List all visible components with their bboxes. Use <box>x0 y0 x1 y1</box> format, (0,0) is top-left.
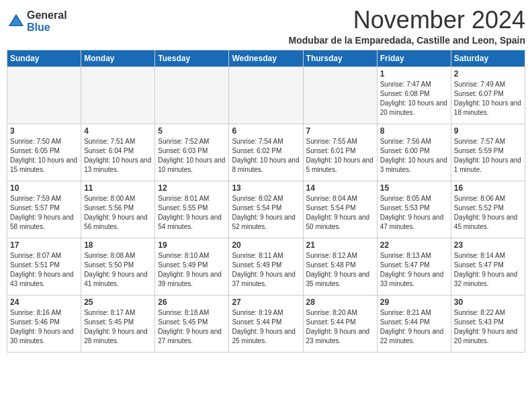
day-number: 14 <box>306 183 374 193</box>
calendar-cell: 12Sunrise: 8:01 AMSunset: 5:55 PMDayligh… <box>155 181 229 238</box>
location-title: Modubar de la Emparedada, Castille and L… <box>289 35 525 46</box>
weekday-header-wednesday: Wednesday <box>229 50 303 66</box>
calendar-cell: 7Sunrise: 7:55 AMSunset: 6:01 PMDaylight… <box>303 124 377 181</box>
calendar-cell: 17Sunrise: 8:07 AMSunset: 5:51 PMDayligh… <box>7 238 81 295</box>
day-number: 8 <box>380 126 448 136</box>
day-info: Sunrise: 8:10 AMSunset: 5:49 PMDaylight:… <box>158 251 226 289</box>
calendar-cell: 15Sunrise: 8:05 AMSunset: 5:53 PMDayligh… <box>377 181 451 238</box>
day-number: 12 <box>158 183 226 193</box>
day-info: Sunrise: 8:11 AMSunset: 5:49 PMDaylight:… <box>232 251 300 289</box>
day-number: 9 <box>454 126 522 136</box>
calendar-cell: 27Sunrise: 8:19 AMSunset: 5:44 PMDayligh… <box>229 295 303 352</box>
calendar-cell: 25Sunrise: 8:17 AMSunset: 5:45 PMDayligh… <box>81 295 155 352</box>
logo-general-text: General <box>27 9 67 21</box>
calendar-cell: 30Sunrise: 8:22 AMSunset: 5:43 PMDayligh… <box>451 295 525 352</box>
calendar-cell: 3Sunrise: 7:50 AMSunset: 6:05 PMDaylight… <box>7 124 81 181</box>
calendar-cell: 28Sunrise: 8:20 AMSunset: 5:44 PMDayligh… <box>303 295 377 352</box>
day-number: 11 <box>84 183 152 193</box>
calendar-cell: 10Sunrise: 7:59 AMSunset: 5:57 PMDayligh… <box>7 181 81 238</box>
day-number: 2 <box>454 69 522 79</box>
calendar-table: SundayMondayTuesdayWednesdayThursdayFrid… <box>7 50 525 353</box>
day-info: Sunrise: 8:12 AMSunset: 5:48 PMDaylight:… <box>306 251 374 289</box>
day-number: 10 <box>10 183 78 193</box>
weekday-header-saturday: Saturday <box>451 50 525 66</box>
day-info: Sunrise: 8:16 AMSunset: 5:46 PMDaylight:… <box>10 308 78 346</box>
calendar-cell: 4Sunrise: 7:51 AMSunset: 6:04 PMDaylight… <box>81 124 155 181</box>
day-number: 5 <box>158 126 226 136</box>
calendar-cell: 16Sunrise: 8:06 AMSunset: 5:52 PMDayligh… <box>451 181 525 238</box>
day-info: Sunrise: 8:17 AMSunset: 5:45 PMDaylight:… <box>84 308 152 346</box>
weekday-header-friday: Friday <box>377 50 451 66</box>
day-info: Sunrise: 8:01 AMSunset: 5:55 PMDaylight:… <box>158 194 226 232</box>
day-number: 25 <box>84 298 152 307</box>
day-info: Sunrise: 8:14 AMSunset: 5:47 PMDaylight:… <box>454 251 522 289</box>
calendar-cell <box>81 66 155 124</box>
logo-icon <box>7 12 26 31</box>
calendar-header-row: SundayMondayTuesdayWednesdayThursdayFrid… <box>7 50 525 66</box>
day-number: 29 <box>380 298 448 307</box>
day-info: Sunrise: 8:00 AMSunset: 5:56 PMDaylight:… <box>84 194 152 232</box>
logo: General Blue <box>7 9 67 33</box>
weekday-header-thursday: Thursday <box>303 50 377 66</box>
day-info: Sunrise: 7:59 AMSunset: 5:57 PMDaylight:… <box>10 194 78 232</box>
weekday-header-monday: Monday <box>81 50 155 66</box>
day-number: 19 <box>158 240 226 250</box>
calendar-cell <box>7 66 81 124</box>
calendar-cell: 9Sunrise: 7:57 AMSunset: 5:59 PMDaylight… <box>451 124 525 181</box>
week-row-4: 17Sunrise: 8:07 AMSunset: 5:51 PMDayligh… <box>7 238 525 295</box>
calendar-cell: 5Sunrise: 7:52 AMSunset: 6:03 PMDaylight… <box>155 124 229 181</box>
day-info: Sunrise: 7:50 AMSunset: 6:05 PMDaylight:… <box>10 137 78 175</box>
day-info: Sunrise: 7:54 AMSunset: 6:02 PMDaylight:… <box>232 137 300 175</box>
calendar-cell: 6Sunrise: 7:54 AMSunset: 6:02 PMDaylight… <box>229 124 303 181</box>
day-info: Sunrise: 8:05 AMSunset: 5:53 PMDaylight:… <box>380 194 448 232</box>
calendar-cell: 14Sunrise: 8:04 AMSunset: 5:54 PMDayligh… <box>303 181 377 238</box>
day-number: 18 <box>84 240 152 250</box>
day-info: Sunrise: 8:06 AMSunset: 5:52 PMDaylight:… <box>454 194 522 232</box>
calendar-cell: 19Sunrise: 8:10 AMSunset: 5:49 PMDayligh… <box>155 238 229 295</box>
calendar-cell: 26Sunrise: 8:18 AMSunset: 5:45 PMDayligh… <box>155 295 229 352</box>
day-info: Sunrise: 8:18 AMSunset: 5:45 PMDaylight:… <box>158 308 226 346</box>
day-info: Sunrise: 8:21 AMSunset: 5:44 PMDaylight:… <box>380 308 448 346</box>
day-info: Sunrise: 7:47 AMSunset: 6:08 PMDaylight:… <box>380 80 448 118</box>
day-number: 16 <box>454 183 522 193</box>
day-number: 15 <box>380 183 448 193</box>
calendar-cell <box>155 66 229 124</box>
day-number: 28 <box>306 298 374 307</box>
month-title: November 2024 <box>289 7 525 34</box>
day-number: 26 <box>158 298 226 307</box>
day-number: 21 <box>306 240 374 250</box>
week-row-3: 10Sunrise: 7:59 AMSunset: 5:57 PMDayligh… <box>7 181 525 238</box>
week-row-5: 24Sunrise: 8:16 AMSunset: 5:46 PMDayligh… <box>7 295 525 352</box>
day-info: Sunrise: 8:19 AMSunset: 5:44 PMDaylight:… <box>232 308 300 346</box>
day-info: Sunrise: 8:13 AMSunset: 5:47 PMDaylight:… <box>380 251 448 289</box>
calendar-cell: 29Sunrise: 8:21 AMSunset: 5:44 PMDayligh… <box>377 295 451 352</box>
day-info: Sunrise: 8:22 AMSunset: 5:43 PMDaylight:… <box>454 308 522 346</box>
day-info: Sunrise: 7:49 AMSunset: 6:07 PMDaylight:… <box>454 80 522 118</box>
day-number: 13 <box>232 183 300 193</box>
day-number: 7 <box>306 126 374 136</box>
day-number: 30 <box>454 298 522 307</box>
day-info: Sunrise: 7:52 AMSunset: 6:03 PMDaylight:… <box>158 137 226 175</box>
day-info: Sunrise: 7:55 AMSunset: 6:01 PMDaylight:… <box>306 137 374 175</box>
day-number: 17 <box>10 240 78 250</box>
day-number: 6 <box>232 126 300 136</box>
day-info: Sunrise: 7:51 AMSunset: 6:04 PMDaylight:… <box>84 137 152 175</box>
calendar-cell <box>229 66 303 124</box>
week-row-2: 3Sunrise: 7:50 AMSunset: 6:05 PMDaylight… <box>7 124 525 181</box>
page-header: General Blue November 2024 Modubar de la… <box>7 7 525 46</box>
day-info: Sunrise: 8:08 AMSunset: 5:50 PMDaylight:… <box>84 251 152 289</box>
calendar-cell: 22Sunrise: 8:13 AMSunset: 5:47 PMDayligh… <box>377 238 451 295</box>
day-number: 1 <box>380 69 448 79</box>
day-info: Sunrise: 8:07 AMSunset: 5:51 PMDaylight:… <box>10 251 78 289</box>
day-number: 22 <box>380 240 448 250</box>
day-info: Sunrise: 7:56 AMSunset: 6:00 PMDaylight:… <box>380 137 448 175</box>
calendar-cell: 18Sunrise: 8:08 AMSunset: 5:50 PMDayligh… <box>81 238 155 295</box>
week-row-1: 1Sunrise: 7:47 AMSunset: 6:08 PMDaylight… <box>7 66 525 124</box>
calendar-cell: 21Sunrise: 8:12 AMSunset: 5:48 PMDayligh… <box>303 238 377 295</box>
calendar-cell: 20Sunrise: 8:11 AMSunset: 5:49 PMDayligh… <box>229 238 303 295</box>
calendar-cell: 1Sunrise: 7:47 AMSunset: 6:08 PMDaylight… <box>377 66 451 124</box>
day-number: 20 <box>232 240 300 250</box>
calendar-cell: 13Sunrise: 8:02 AMSunset: 5:54 PMDayligh… <box>229 181 303 238</box>
day-number: 3 <box>10 126 78 136</box>
weekday-header-tuesday: Tuesday <box>155 50 229 66</box>
